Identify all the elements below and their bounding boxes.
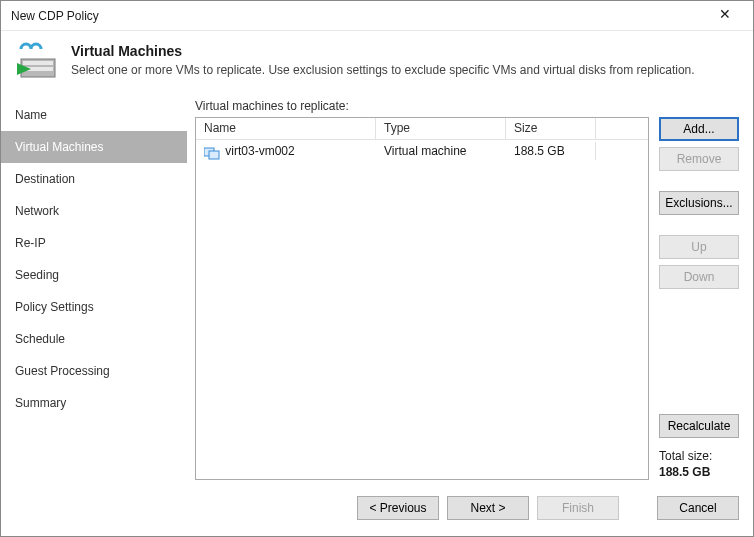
finish-button: Finish (537, 496, 619, 520)
page-title: Virtual Machines (71, 43, 695, 59)
sidebar-item-seeding[interactable]: Seeding (1, 259, 187, 291)
total-size-label: Total size: (659, 449, 712, 463)
col-header-pad (596, 118, 648, 139)
row-name: virt03-vm002 (225, 144, 294, 158)
cancel-button[interactable]: Cancel (657, 496, 739, 520)
col-header-name[interactable]: Name (196, 118, 376, 139)
button-column: Add... Remove Exclusions... Up Down Reca… (659, 117, 739, 480)
previous-button[interactable]: < Previous (357, 496, 439, 520)
sidebar-item-name[interactable]: Name (1, 99, 187, 131)
total-size-value: 188.5 GB (659, 465, 710, 479)
svg-rect-1 (23, 61, 53, 65)
window-title: New CDP Policy (11, 9, 705, 23)
section-label: Virtual machines to replicate: (195, 99, 739, 113)
sidebar-item-policy-settings[interactable]: Policy Settings (1, 291, 187, 323)
sidebar-item-schedule[interactable]: Schedule (1, 323, 187, 355)
sidebar-item-virtual-machines[interactable]: Virtual Machines (1, 131, 187, 163)
sidebar-item-destination[interactable]: Destination (1, 163, 187, 195)
row-size: 188.5 GB (506, 142, 596, 160)
body: Name Virtual Machines Destination Networ… (1, 99, 753, 480)
wizard-step-icon (15, 41, 59, 81)
dialog-window: New CDP Policy ✕ Virtual Machines Select… (0, 0, 754, 537)
main-panel: Virtual machines to replicate: Name Type… (187, 99, 739, 480)
header: Virtual Machines Select one or more VMs … (1, 31, 753, 99)
total-size: Total size: 188.5 GB (659, 448, 739, 480)
row-type: Virtual machine (376, 142, 506, 160)
recalculate-button[interactable]: Recalculate (659, 414, 739, 438)
list-body: virt03-vm002 Virtual machine 188.5 GB (196, 140, 648, 479)
sidebar-item-network[interactable]: Network (1, 195, 187, 227)
svg-rect-5 (209, 151, 219, 159)
footer: < Previous Next > Finish Cancel (1, 480, 753, 536)
sidebar: Name Virtual Machines Destination Networ… (1, 99, 187, 480)
sidebar-item-guest-processing[interactable]: Guest Processing (1, 355, 187, 387)
col-header-type[interactable]: Type (376, 118, 506, 139)
exclusions-button[interactable]: Exclusions... (659, 191, 739, 215)
header-text: Virtual Machines Select one or more VMs … (71, 41, 695, 81)
remove-button: Remove (659, 147, 739, 171)
vm-list[interactable]: Name Type Size (195, 117, 649, 480)
close-icon[interactable]: ✕ (705, 2, 745, 30)
add-button[interactable]: Add... (659, 117, 739, 141)
next-button[interactable]: Next > (447, 496, 529, 520)
vm-icon (204, 146, 218, 158)
page-subtitle: Select one or more VMs to replicate. Use… (71, 63, 695, 77)
table-row[interactable]: virt03-vm002 Virtual machine 188.5 GB (196, 140, 648, 162)
content-row: Name Type Size (195, 117, 739, 480)
sidebar-item-re-ip[interactable]: Re-IP (1, 227, 187, 259)
down-button: Down (659, 265, 739, 289)
list-header: Name Type Size (196, 118, 648, 140)
col-header-size[interactable]: Size (506, 118, 596, 139)
up-button: Up (659, 235, 739, 259)
titlebar: New CDP Policy ✕ (1, 1, 753, 31)
sidebar-item-summary[interactable]: Summary (1, 387, 187, 419)
